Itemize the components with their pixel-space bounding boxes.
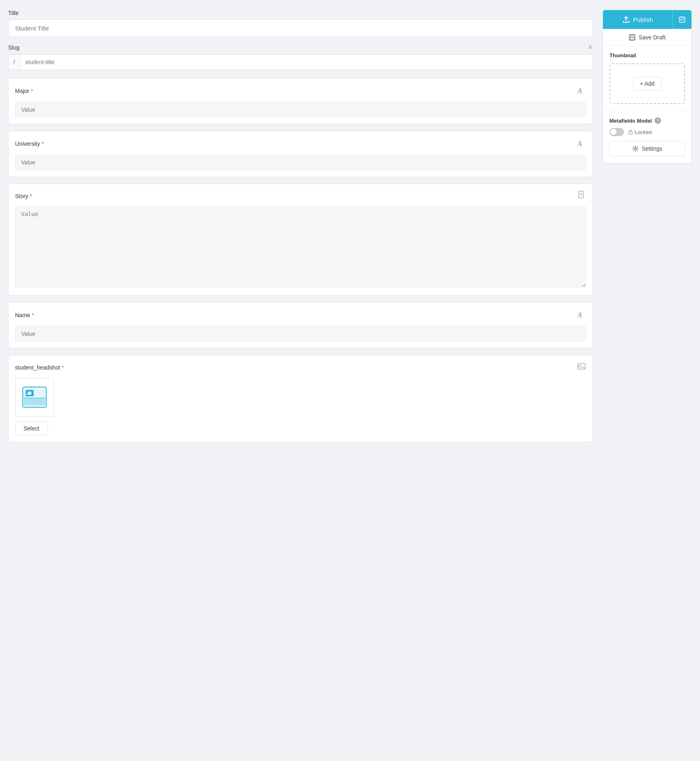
calendar-button[interactable]	[672, 10, 691, 29]
calendar-icon	[678, 16, 686, 23]
university-value-input[interactable]	[15, 155, 586, 170]
slug-input[interactable]	[20, 55, 592, 69]
metafields-label: Metafields Model	[609, 118, 652, 124]
settings-icon	[632, 145, 639, 152]
add-thumbnail-button[interactable]: + Add	[633, 77, 661, 91]
metafields-section: Metafields Model ? Locked	[603, 110, 691, 163]
svg-rect-20	[629, 132, 632, 134]
university-field-header: University* A	[15, 138, 586, 150]
name-field-header: Name* A	[15, 309, 586, 321]
university-field-card: University* A	[8, 131, 593, 177]
slug-input-wrapper: /	[8, 54, 593, 70]
thumbnail-area: + Add	[609, 63, 685, 104]
major-value-input[interactable]	[15, 102, 586, 117]
university-label: University*	[15, 141, 44, 147]
major-label: Major*	[15, 88, 33, 94]
svg-rect-11	[679, 17, 685, 22]
save-draft-button[interactable]: Save Draft	[603, 29, 691, 45]
story-type-icon	[577, 190, 586, 201]
save-icon	[629, 34, 635, 41]
slug-section: Slug ✕ /	[8, 43, 593, 70]
headshot-label: student_headshot*	[15, 364, 64, 371]
name-value-input[interactable]	[15, 326, 586, 342]
slug-header: Slug ✕	[8, 43, 593, 51]
major-field-header: Major* A	[15, 85, 586, 97]
publish-upload-icon	[622, 16, 630, 23]
publish-button[interactable]: Publish	[603, 10, 672, 29]
sidebar-card: Publish	[603, 10, 692, 163]
locked-label: Locked	[628, 129, 652, 135]
svg-rect-15	[681, 20, 681, 21]
name-field-card: Name* A	[8, 302, 593, 348]
save-draft-label: Save Draft	[639, 34, 665, 41]
story-label: Story*	[15, 193, 32, 199]
headshot-field-header: student_headshot*	[15, 362, 586, 373]
name-type-icon: A	[574, 309, 586, 321]
story-field-header: Story*	[15, 190, 586, 201]
svg-point-21	[634, 148, 636, 150]
name-label: Name*	[15, 312, 34, 318]
title-label: Title	[8, 10, 593, 16]
settings-label: Settings	[642, 145, 663, 152]
settings-button[interactable]: Settings	[609, 141, 685, 156]
sidebar: Publish	[603, 10, 692, 163]
publish-row: Publish	[603, 10, 691, 29]
university-type-icon: A	[574, 138, 586, 150]
svg-rect-18	[631, 35, 633, 37]
metafields-help-icon[interactable]: ?	[655, 117, 661, 124]
metafields-toggle[interactable]	[609, 128, 624, 136]
headshot-preview	[15, 378, 54, 417]
major-field-card: Major* A	[8, 78, 593, 124]
svg-rect-16	[682, 20, 683, 21]
headshot-image-placeholder	[22, 387, 47, 408]
svg-rect-19	[630, 37, 634, 40]
publish-label: Publish	[633, 16, 653, 23]
svg-rect-9	[24, 398, 45, 405]
thumbnail-section: Thumbnail + Add	[603, 45, 691, 110]
headshot-field-card: student_headshot*	[8, 355, 593, 442]
toggle-knob	[610, 129, 617, 135]
svg-rect-4	[578, 363, 585, 369]
title-input[interactable]	[8, 19, 593, 37]
thumbnail-label: Thumbnail	[609, 52, 685, 58]
story-value-textarea[interactable]	[15, 206, 586, 288]
select-button[interactable]: Select	[15, 422, 48, 435]
title-section: Title	[8, 10, 593, 37]
slug-label: Slug	[8, 44, 19, 51]
slug-clear-icon[interactable]: ✕	[588, 43, 593, 51]
story-field-card: Story*	[8, 184, 593, 296]
headshot-type-icon	[577, 362, 586, 373]
major-type-icon: A	[574, 85, 586, 97]
lock-icon	[628, 129, 633, 135]
metafields-row: Locked	[609, 128, 685, 136]
slug-prefix: /	[9, 55, 20, 69]
